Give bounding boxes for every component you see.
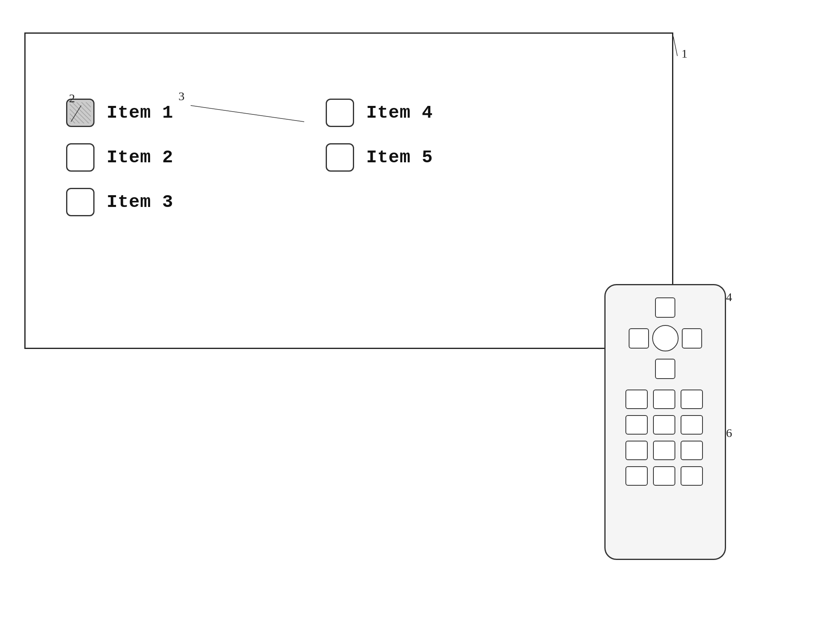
list-item[interactable]: Item 1: [66, 99, 173, 127]
numpad-btn-2[interactable]: [653, 390, 675, 409]
numpad-btn-7[interactable]: [625, 441, 648, 460]
annotation-1: 1: [681, 47, 687, 60]
remote-control: [604, 284, 726, 560]
list-item[interactable]: Item 3: [66, 188, 173, 216]
item4-label: Item 4: [366, 103, 433, 123]
item5-label: Item 5: [366, 147, 433, 168]
checkbox-item4[interactable]: [326, 99, 354, 127]
screen-display: Item 1 Item 2 Item 3 Item 4 Item 5: [24, 32, 673, 349]
annotation-2: 2: [69, 91, 75, 105]
numpad: [625, 390, 705, 489]
annotation-6: 6: [726, 426, 732, 440]
numpad-btn-1[interactable]: [625, 390, 648, 409]
numpad-btn-10[interactable]: [625, 466, 648, 486]
numpad-btn-9[interactable]: [681, 441, 703, 460]
numpad-btn-12[interactable]: [681, 466, 703, 486]
list-item[interactable]: Item 5: [326, 143, 433, 172]
list-item[interactable]: Item 4: [326, 99, 433, 127]
dpad-bottom-button[interactable]: [655, 359, 675, 379]
checkbox-item3[interactable]: [66, 188, 95, 216]
item2-label: Item 2: [107, 147, 173, 168]
numpad-btn-6[interactable]: [681, 415, 703, 435]
dpad-right-button[interactable]: [682, 328, 702, 349]
numpad-btn-11[interactable]: [653, 466, 675, 486]
checklist-right: Item 4 Item 5: [326, 99, 433, 172]
checkbox-item5[interactable]: [326, 143, 354, 172]
checkbox-item2[interactable]: [66, 143, 95, 172]
svg-line-0: [673, 37, 677, 56]
numpad-btn-5[interactable]: [653, 415, 675, 435]
numpad-btn-8[interactable]: [653, 441, 675, 460]
dpad-left-button[interactable]: [629, 328, 649, 349]
annotation-4: 4: [726, 290, 732, 304]
annotation-3: 3: [178, 89, 185, 103]
numpad-btn-3[interactable]: [681, 390, 703, 409]
checklist-left: Item 1 Item 2 Item 3: [66, 99, 173, 216]
list-item[interactable]: Item 2: [66, 143, 173, 172]
item3-label: Item 3: [107, 192, 173, 212]
dpad-top-button[interactable]: [655, 297, 675, 318]
numpad-btn-4[interactable]: [625, 415, 648, 435]
dpad-center-button[interactable]: [652, 325, 679, 351]
item1-label: Item 1: [107, 103, 173, 123]
dpad-row: [629, 325, 702, 351]
